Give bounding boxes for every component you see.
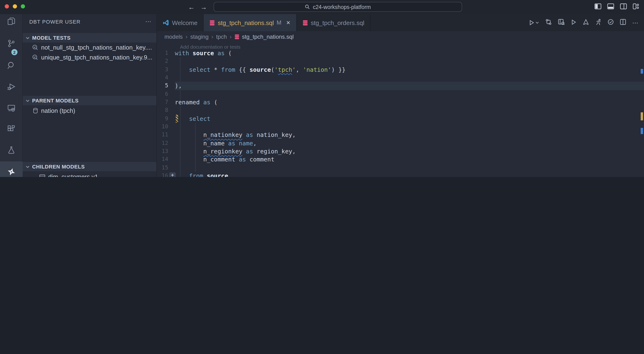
line-number: 8 [157, 106, 175, 115]
overview-ruler-info-marker [641, 128, 643, 134]
code-text [175, 74, 644, 82]
breadcrumb-item[interactable]: models [164, 33, 182, 40]
section-children-models[interactable]: CHILDREN MODELS [23, 162, 156, 171]
code-line[interactable]: 2 [157, 57, 644, 66]
parent-model-item[interactable]: nation (tpch) [23, 106, 156, 116]
compare-icon[interactable] [545, 19, 552, 26]
breadcrumb-file[interactable]: stg_tpch_nations.sql [234, 33, 294, 40]
chevron-down-icon [26, 36, 30, 40]
tab-welcome[interactable]: Welcome [157, 14, 204, 31]
editor-actions: ⋯ [529, 14, 638, 31]
query-preview-icon[interactable] [558, 19, 564, 26]
title-bar: ← → c24-workshops-platform [0, 0, 644, 14]
line-number: 4 [157, 74, 175, 82]
model-test-item[interactable]: unique_stg_tpch_nations_nation_key.9... [23, 52, 156, 62]
line-number: 5 [157, 82, 175, 90]
line-number: 1 [157, 49, 175, 57]
scm-badge: 2 [11, 49, 18, 55]
code-text: renamed as ( [175, 98, 644, 106]
close-window-button[interactable] [5, 4, 9, 8]
line-number: 9 [157, 115, 175, 123]
code-editor[interactable]: Add documentation or tests 1with source … [157, 42, 644, 177]
editor-tab-bar: Welcome stg_tpch_nations.sql M ✕ stg_tpc… [157, 14, 644, 31]
section-model-tests[interactable]: MODEL TESTS [23, 33, 156, 42]
code-text: select * from {{ source('tpch', 'nation'… [175, 65, 644, 74]
line-number: 15 [157, 164, 175, 172]
line-number: 14 [157, 156, 175, 164]
breadcrumb-item[interactable]: staging [190, 33, 208, 40]
explorer-icon[interactable] [6, 15, 17, 27]
code-line[interactable]: 3 select * from {{ source('tpch', 'natio… [157, 65, 644, 74]
source-control-icon[interactable] [6, 38, 17, 49]
split-editor-icon[interactable] [620, 19, 626, 26]
code-line[interactable]: 8 [157, 106, 644, 115]
dbt-power-user-sidebar: DBT POWER USER ⋯ MODEL TESTS not_null_st… [23, 14, 157, 177]
line-number: 11 [157, 131, 175, 139]
search-view-icon[interactable] [6, 60, 17, 71]
customize-layout-icon[interactable] [633, 3, 639, 11]
history-forward-button[interactable]: → [200, 3, 207, 11]
more-actions-icon[interactable]: ⋯ [632, 19, 638, 26]
run-tests-icon[interactable] [595, 19, 602, 27]
code-line[interactable]: 9 select [157, 115, 644, 123]
breadcrumb: models› staging› tpch› stg_tpch_nations.… [157, 31, 644, 42]
run-icon[interactable] [571, 19, 576, 26]
toggle-secondary-sidebar-icon[interactable] [620, 3, 627, 11]
line-number: 6 [157, 90, 175, 98]
chevron-down-icon [26, 98, 30, 103]
dbt-build-icon[interactable] [582, 19, 589, 26]
code-line[interactable]: 10 [157, 123, 644, 131]
database-model-icon [302, 19, 308, 26]
code-line[interactable]: 16 from source [157, 172, 644, 177]
toggle-sidebar-icon[interactable] [594, 3, 602, 11]
code-line[interactable]: 11 n_nationkey as nation_key, [157, 131, 644, 139]
add-line-action-button[interactable]: + [169, 172, 176, 177]
model-test-item[interactable]: not_null_stg_tpch_nations_nation_key.... [23, 42, 156, 52]
execute-sql-dropdown-icon[interactable] [529, 20, 539, 25]
code-text [175, 106, 644, 115]
command-center-search[interactable]: c24-workshops-platform [214, 2, 462, 12]
dbt-power-user-icon[interactable] [6, 166, 17, 177]
code-line[interactable]: 1with source as ( [157, 49, 644, 57]
section-parent-models[interactable]: PARENT MODELS [23, 96, 156, 105]
code-line[interactable]: 12 n_name as name, [157, 139, 644, 147]
tab-stg-tpch-nations[interactable]: stg_tpch_nations.sql M ✕ [204, 14, 297, 31]
code-line[interactable]: 14 n_comment as comment [157, 156, 644, 164]
minimize-window-button[interactable] [13, 4, 17, 8]
modified-flag: M [277, 19, 281, 26]
close-tab-icon[interactable]: ✕ [286, 19, 290, 26]
sidebar-more-actions-icon[interactable]: ⋯ [145, 18, 152, 25]
validate-check-icon[interactable] [608, 19, 614, 26]
code-text: select [175, 115, 644, 123]
sidebar-title: DBT POWER USER [29, 19, 80, 24]
code-line[interactable]: 15 [157, 164, 644, 172]
line-number: 13 [157, 147, 175, 156]
code-text: ), [175, 82, 644, 90]
zoom-window-button[interactable] [21, 4, 25, 8]
history-back-button[interactable]: ← [188, 3, 195, 11]
code-line[interactable]: 5), [157, 82, 644, 90]
database-model-icon [234, 34, 240, 40]
line-number: 3 [157, 65, 175, 74]
testing-icon[interactable] [6, 144, 17, 156]
code-text [175, 57, 644, 66]
remote-explorer-icon[interactable] [6, 102, 17, 114]
tab-stg-tpch-orders[interactable]: stg_tpch_orders.sql [296, 14, 370, 31]
code-text: n_nationkey as nation_key, [175, 131, 644, 139]
code-text [175, 123, 644, 131]
database-model-icon [209, 19, 215, 26]
chevron-down-icon [26, 164, 30, 169]
vscode-window: ← → c24-workshops-platform 2 [0, 0, 644, 177]
run-debug-icon[interactable] [6, 81, 17, 92]
code-text: n_name as name, [175, 139, 644, 147]
child-model-item[interactable]: dim_customers.v1 [23, 172, 156, 177]
breadcrumb-item[interactable]: tpch [216, 33, 227, 40]
code-text: n_regionkey as region_key, [175, 147, 644, 156]
code-line[interactable]: 6 [157, 90, 644, 98]
code-line[interactable]: 4 [157, 74, 644, 82]
code-line[interactable]: 7renamed as ( [157, 98, 644, 106]
toggle-panel-icon[interactable] [607, 3, 614, 11]
code-text [175, 90, 644, 98]
code-line[interactable]: 13 n_regionkey as region_key, [157, 147, 644, 156]
extensions-icon[interactable] [6, 123, 17, 134]
